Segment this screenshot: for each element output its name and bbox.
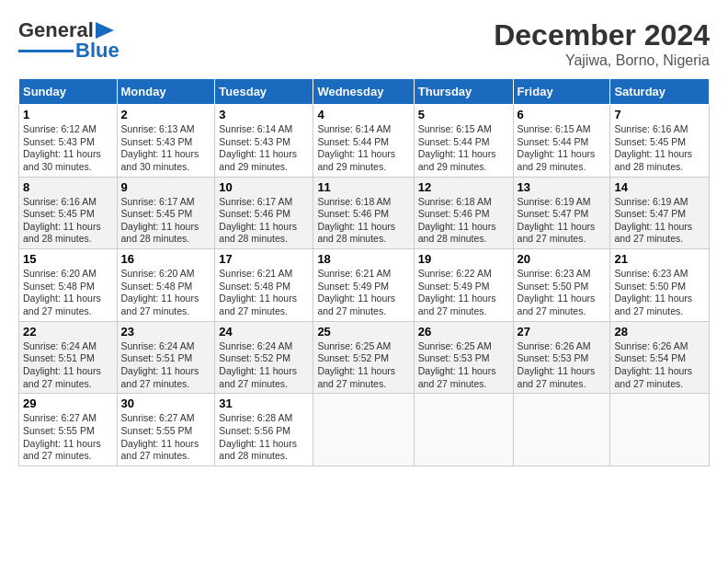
calendar-cell: 6Sunrise: 6:15 AMSunset: 5:44 PMDaylight…	[513, 105, 610, 178]
calendar-cell: 25Sunrise: 6:25 AMSunset: 5:52 PMDayligh…	[313, 321, 414, 394]
day-number: 21	[614, 252, 705, 266]
day-number: 27	[518, 325, 607, 339]
calendar-cell: 3Sunrise: 6:14 AMSunset: 5:43 PMDaylight…	[215, 105, 313, 178]
logo: General Blue	[18, 18, 119, 63]
calendar-cell: 30Sunrise: 6:27 AMSunset: 5:55 PMDayligh…	[117, 394, 215, 466]
week-row-3: 15Sunrise: 6:20 AMSunset: 5:48 PMDayligh…	[19, 249, 710, 322]
cell-sun-info: Sunrise: 6:15 AMSunset: 5:44 PMDaylight:…	[518, 123, 607, 174]
cell-sun-info: Sunrise: 6:22 AMSunset: 5:49 PMDaylight:…	[418, 268, 509, 318]
day-number: 4	[317, 108, 409, 121]
cell-sun-info: Sunrise: 6:27 AMSunset: 5:55 PMDaylight:…	[23, 412, 113, 463]
cell-sun-info: Sunrise: 6:26 AMSunset: 5:53 PMDaylight:…	[518, 340, 607, 391]
cell-sun-info: Sunrise: 6:14 AMSunset: 5:43 PMDaylight:…	[219, 123, 309, 174]
day-number: 20	[518, 252, 607, 266]
col-header-monday: Monday	[117, 79, 215, 105]
calendar-cell: 17Sunrise: 6:21 AMSunset: 5:48 PMDayligh…	[215, 249, 313, 322]
day-number: 16	[121, 252, 211, 266]
calendar-cell	[513, 394, 610, 466]
calendar-cell: 23Sunrise: 6:24 AMSunset: 5:51 PMDayligh…	[117, 321, 215, 394]
week-row-5: 29Sunrise: 6:27 AMSunset: 5:55 PMDayligh…	[19, 394, 710, 466]
calendar-cell	[414, 394, 513, 466]
col-header-saturday: Saturday	[610, 79, 710, 105]
calendar-cell: 27Sunrise: 6:26 AMSunset: 5:53 PMDayligh…	[513, 321, 610, 394]
logo-underline	[18, 50, 74, 52]
day-number: 5	[418, 108, 509, 121]
cell-sun-info: Sunrise: 6:17 AMSunset: 5:45 PMDaylight:…	[121, 196, 211, 247]
col-header-wednesday: Wednesday	[313, 79, 414, 105]
calendar-cell: 7Sunrise: 6:16 AMSunset: 5:45 PMDaylight…	[610, 105, 710, 178]
day-number: 2	[121, 108, 211, 121]
cell-sun-info: Sunrise: 6:14 AMSunset: 5:44 PMDaylight:…	[317, 123, 409, 174]
calendar-cell: 26Sunrise: 6:25 AMSunset: 5:53 PMDayligh…	[414, 321, 513, 394]
calendar-cell: 16Sunrise: 6:20 AMSunset: 5:48 PMDayligh…	[117, 249, 215, 322]
calendar-cell: 31Sunrise: 6:28 AMSunset: 5:56 PMDayligh…	[215, 394, 313, 466]
cell-sun-info: Sunrise: 6:24 AMSunset: 5:51 PMDaylight:…	[23, 340, 113, 391]
day-number: 28	[614, 325, 705, 339]
cell-sun-info: Sunrise: 6:15 AMSunset: 5:44 PMDaylight:…	[418, 123, 509, 174]
cell-sun-info: Sunrise: 6:17 AMSunset: 5:46 PMDaylight:…	[219, 196, 309, 247]
cell-sun-info: Sunrise: 6:21 AMSunset: 5:49 PMDaylight:…	[317, 268, 409, 318]
cell-sun-info: Sunrise: 6:25 AMSunset: 5:52 PMDaylight:…	[317, 340, 409, 391]
logo-text-blue: Blue	[75, 39, 119, 63]
cell-sun-info: Sunrise: 6:23 AMSunset: 5:50 PMDaylight:…	[614, 268, 705, 318]
cell-sun-info: Sunrise: 6:24 AMSunset: 5:52 PMDaylight:…	[219, 340, 309, 391]
page-header: General Blue December 2024 Yajiwa, Borno…	[18, 18, 710, 69]
day-number: 14	[614, 180, 705, 194]
cell-sun-info: Sunrise: 6:18 AMSunset: 5:46 PMDaylight:…	[317, 196, 409, 247]
cell-sun-info: Sunrise: 6:25 AMSunset: 5:53 PMDaylight:…	[418, 340, 509, 391]
calendar-subtitle: Yajiwa, Borno, Nigeria	[494, 52, 710, 69]
calendar-cell: 15Sunrise: 6:20 AMSunset: 5:48 PMDayligh…	[19, 249, 118, 322]
calendar-title: December 2024	[494, 18, 710, 52]
calendar-cell: 11Sunrise: 6:18 AMSunset: 5:46 PMDayligh…	[313, 177, 414, 249]
calendar-cell: 18Sunrise: 6:21 AMSunset: 5:49 PMDayligh…	[313, 249, 414, 322]
calendar-cell: 5Sunrise: 6:15 AMSunset: 5:44 PMDaylight…	[414, 105, 513, 178]
col-header-sunday: Sunday	[19, 79, 118, 105]
calendar-cell: 24Sunrise: 6:24 AMSunset: 5:52 PMDayligh…	[215, 321, 313, 394]
calendar-cell: 14Sunrise: 6:19 AMSunset: 5:47 PMDayligh…	[610, 177, 710, 249]
calendar-cell: 10Sunrise: 6:17 AMSunset: 5:46 PMDayligh…	[215, 177, 313, 249]
calendar-cell: 28Sunrise: 6:26 AMSunset: 5:54 PMDayligh…	[610, 321, 710, 394]
day-number: 30	[121, 396, 211, 410]
calendar-table: SundayMondayTuesdayWednesdayThursdayFrid…	[18, 78, 710, 466]
cell-sun-info: Sunrise: 6:28 AMSunset: 5:56 PMDaylight:…	[219, 412, 309, 463]
col-header-thursday: Thursday	[414, 79, 513, 105]
day-number: 17	[219, 252, 309, 266]
day-number: 26	[418, 325, 509, 339]
header-row: SundayMondayTuesdayWednesdayThursdayFrid…	[19, 79, 710, 105]
day-number: 1	[23, 108, 113, 121]
cell-sun-info: Sunrise: 6:20 AMSunset: 5:48 PMDaylight:…	[23, 268, 113, 318]
cell-sun-info: Sunrise: 6:19 AMSunset: 5:47 PMDaylight:…	[614, 196, 705, 247]
cell-sun-info: Sunrise: 6:27 AMSunset: 5:55 PMDaylight:…	[121, 412, 211, 463]
col-header-friday: Friday	[513, 79, 610, 105]
calendar-cell: 20Sunrise: 6:23 AMSunset: 5:50 PMDayligh…	[513, 249, 610, 322]
day-number: 18	[317, 252, 409, 266]
day-number: 11	[317, 180, 409, 194]
calendar-cell: 4Sunrise: 6:14 AMSunset: 5:44 PMDaylight…	[313, 105, 414, 178]
day-number: 9	[121, 180, 211, 194]
calendar-cell	[610, 394, 710, 466]
calendar-cell: 13Sunrise: 6:19 AMSunset: 5:47 PMDayligh…	[513, 177, 610, 249]
cell-sun-info: Sunrise: 6:18 AMSunset: 5:46 PMDaylight:…	[418, 196, 509, 247]
cell-sun-info: Sunrise: 6:20 AMSunset: 5:48 PMDaylight:…	[121, 268, 211, 318]
calendar-cell: 19Sunrise: 6:22 AMSunset: 5:49 PMDayligh…	[414, 249, 513, 322]
calendar-cell: 8Sunrise: 6:16 AMSunset: 5:45 PMDaylight…	[19, 177, 118, 249]
calendar-cell: 22Sunrise: 6:24 AMSunset: 5:51 PMDayligh…	[19, 321, 118, 394]
logo-arrow-icon	[96, 22, 114, 39]
day-number: 3	[219, 108, 309, 121]
week-row-4: 22Sunrise: 6:24 AMSunset: 5:51 PMDayligh…	[19, 321, 710, 394]
day-number: 19	[418, 252, 509, 266]
cell-sun-info: Sunrise: 6:24 AMSunset: 5:51 PMDaylight:…	[121, 340, 211, 391]
day-number: 29	[23, 396, 113, 410]
day-number: 6	[518, 108, 607, 121]
calendar-cell	[313, 394, 414, 466]
calendar-cell: 2Sunrise: 6:13 AMSunset: 5:43 PMDaylight…	[117, 105, 215, 178]
calendar-cell: 1Sunrise: 6:12 AMSunset: 5:43 PMDaylight…	[19, 105, 118, 178]
day-number: 23	[121, 325, 211, 339]
cell-sun-info: Sunrise: 6:13 AMSunset: 5:43 PMDaylight:…	[121, 123, 211, 174]
calendar-cell: 9Sunrise: 6:17 AMSunset: 5:45 PMDaylight…	[117, 177, 215, 249]
day-number: 24	[219, 325, 309, 339]
day-number: 15	[23, 252, 113, 266]
week-row-1: 1Sunrise: 6:12 AMSunset: 5:43 PMDaylight…	[19, 105, 710, 178]
cell-sun-info: Sunrise: 6:23 AMSunset: 5:50 PMDaylight:…	[518, 268, 607, 318]
cell-sun-info: Sunrise: 6:16 AMSunset: 5:45 PMDaylight:…	[23, 196, 113, 247]
